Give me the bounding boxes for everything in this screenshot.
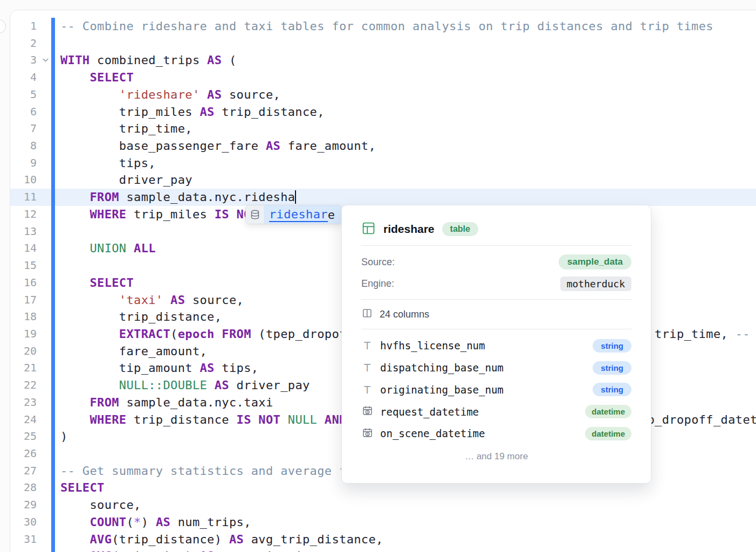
more-columns-label: … and 19 more <box>361 445 631 469</box>
cell-accent-bar <box>51 18 55 552</box>
code-line: COUNT(*) AS num_trips, <box>60 514 756 531</box>
string-type-icon: T <box>364 384 370 396</box>
line-number: 13 <box>10 223 37 240</box>
source-value-badge: sample_data <box>559 254 631 270</box>
line-number: 2 <box>10 35 37 52</box>
column-row: Thvfhs_license_numstring <box>361 335 631 357</box>
autocomplete-matched-text: rideshar <box>269 208 328 222</box>
column-row: request_datetimedatetime <box>361 401 631 423</box>
line-number: 21 <box>10 360 37 377</box>
column-type-badge: datetime <box>585 427 631 440</box>
line-number: 11 <box>10 189 37 206</box>
column-name: hvfhs_license_num <box>380 340 586 351</box>
line-number: 23 <box>10 394 37 411</box>
line-number: 31 <box>10 531 37 548</box>
line-number: 19 <box>10 326 37 343</box>
line-number: 26 <box>10 445 37 463</box>
column-list: Thvfhs_license_numstringTdispatching_bas… <box>361 329 631 445</box>
code-line: source, <box>60 496 756 514</box>
line-number: 30 <box>10 514 37 531</box>
code-line: AVG(trip_time) AS avg_trip_time, <box>60 548 756 552</box>
column-name: dispatching_base_num <box>380 362 586 374</box>
code-line: trip_miles AS trip_distance, <box>60 104 756 121</box>
autocomplete-rest-text: e <box>328 208 335 222</box>
column-name: request_datetime <box>380 406 578 418</box>
line-number: 25 <box>10 428 37 445</box>
line-number: 24 <box>10 411 37 429</box>
line-number: 29 <box>10 496 37 514</box>
line-number: 4 <box>10 69 37 86</box>
code-line: trip_time, <box>60 120 756 137</box>
code-line: -- Combine rideshare and taxi tables for… <box>60 18 756 35</box>
table-name: rideshare <box>383 223 435 236</box>
engine-value-badge: motherduck <box>560 277 631 291</box>
fold-chevron-icon[interactable] <box>41 52 50 69</box>
column-row: Toriginating_base_numstring <box>361 379 631 401</box>
line-number: 10 <box>10 171 37 189</box>
line-number: 22 <box>10 377 37 394</box>
line-number: 28 <box>10 479 37 496</box>
line-number: 27 <box>10 463 37 480</box>
line-number: 1 <box>10 18 37 35</box>
columns-count-label: 24 columns <box>380 309 429 320</box>
line-number: 9 <box>10 155 37 172</box>
line-number: 18 <box>10 308 37 326</box>
line-number: 3 <box>10 52 37 69</box>
line-number: 15 <box>10 257 37 274</box>
code-line: AVG(trip_distance) AS avg_trip_distance, <box>60 531 756 548</box>
line-number: 32 <box>10 548 37 552</box>
line-number: 5 <box>10 86 37 104</box>
code-line: driver_pay <box>60 171 756 189</box>
autocomplete-item-rideshare[interactable]: rideshare <box>264 205 342 224</box>
column-type-badge: string <box>593 339 631 353</box>
table-info-card: rideshare table Source: sample_data Engi… <box>341 205 651 484</box>
database-icon <box>246 205 264 224</box>
line-number: 7 <box>10 120 37 137</box>
column-name: on_scene_datetime <box>380 427 578 439</box>
datetime-type-icon <box>362 405 373 418</box>
column-type-badge: string <box>593 383 631 396</box>
code-line: 'rideshare' AS source, <box>60 86 756 104</box>
line-number: 12 <box>10 206 37 223</box>
source-label: Source: <box>361 257 395 268</box>
code-line: SELECT <box>60 69 756 86</box>
column-row: on_scene_datetimedatetime <box>361 423 631 445</box>
table-type-badge: table <box>442 222 478 236</box>
code-line: base_passenger_fare AS fare_amount, <box>60 137 756 155</box>
line-number: 8 <box>10 137 37 155</box>
datetime-type-icon <box>362 427 373 440</box>
line-number: 17 <box>10 292 37 309</box>
column-row: Tdispatching_base_numstring <box>361 357 631 379</box>
code-line: tips, <box>60 155 756 172</box>
source-row: Source: sample_data <box>361 251 631 273</box>
table-icon <box>361 221 376 238</box>
column-name: originating_base_num <box>380 384 586 396</box>
column-type-badge: datetime <box>585 405 631 418</box>
column-type-badge: string <box>593 361 631 375</box>
engine-label: Engine: <box>361 278 394 289</box>
line-number: 6 <box>10 104 37 121</box>
line-number-gutter: 1234567891011121314151617181920212223242… <box>10 18 37 552</box>
line-number: 14 <box>10 240 37 257</box>
line-number: 20 <box>10 343 37 360</box>
string-type-icon: T <box>364 362 370 374</box>
panel-edge-button[interactable] <box>0 19 6 33</box>
autocomplete-popup: rideshare <box>245 205 343 224</box>
code-line <box>60 35 756 52</box>
table-card-header: rideshare table <box>361 205 631 239</box>
columns-icon <box>361 307 373 322</box>
engine-row: Engine: motherduck <box>361 273 631 294</box>
code-line: WITH combined_trips AS ( <box>60 52 756 69</box>
code-line: FROM sample_data.nyc.ridesha <box>60 189 756 206</box>
line-number: 16 <box>10 274 37 292</box>
columns-count-row: 24 columns <box>361 300 631 329</box>
text-cursor <box>295 190 296 204</box>
string-type-icon: T <box>364 340 370 351</box>
